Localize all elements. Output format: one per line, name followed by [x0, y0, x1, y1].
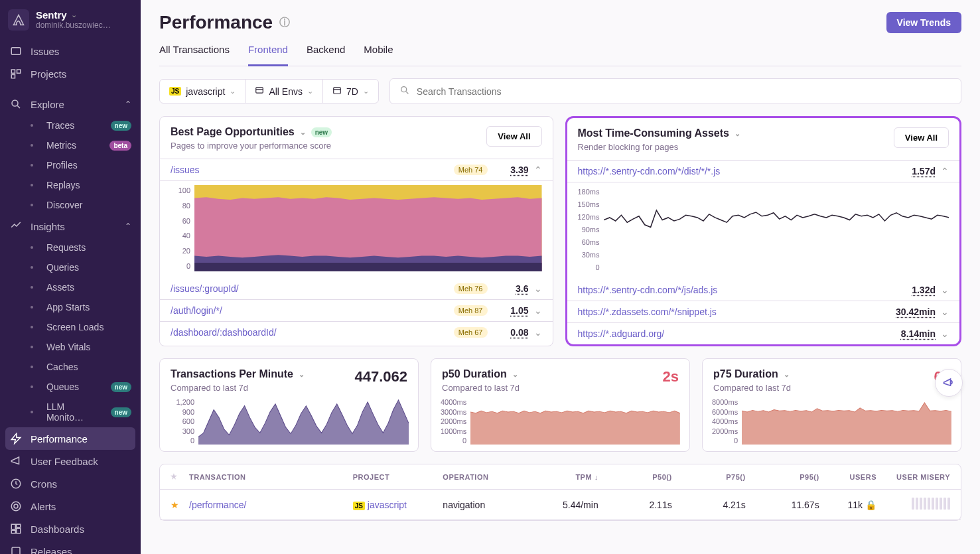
col-header[interactable]: USERS: [819, 473, 876, 481]
p50-cell: 2.11s: [598, 500, 672, 510]
nav-crons[interactable]: Crons: [0, 472, 141, 495]
asset-link[interactable]: https://*.zdassets.com/*/snippet.js: [578, 307, 896, 317]
nav-alerts[interactable]: Alerts: [0, 495, 141, 518]
chevron-down-icon[interactable]: ⌄: [941, 328, 949, 339]
chevron-down-icon[interactable]: ⌄: [534, 283, 542, 294]
nav-label: Profiles: [46, 160, 78, 171]
asset-link[interactable]: https://*.adguard.org/: [578, 328, 901, 339]
nav-projects[interactable]: Projects: [0, 62, 141, 85]
tab-backend[interactable]: Backend: [307, 37, 345, 66]
nav-caches[interactable]: Caches: [0, 357, 141, 377]
col-header[interactable]: TPM ↓: [525, 473, 598, 481]
project-filter[interactable]: JS javascript ⌄: [160, 80, 245, 103]
page-link[interactable]: /dashboard/:dashboardId/: [171, 327, 454, 338]
chevron-down-icon[interactable]: ⌄: [941, 307, 949, 317]
transaction-link[interactable]: /performance/: [189, 500, 246, 510]
chevron-down-icon[interactable]: ⌄: [299, 370, 305, 379]
new-badge: new: [111, 382, 131, 392]
chevron-down-icon[interactable]: ⌄: [512, 370, 518, 379]
tab-frontend[interactable]: Frontend: [248, 37, 288, 66]
page-link[interactable]: /issues/:groupId/: [171, 283, 454, 294]
nav-explore[interactable]: Explore ⌃: [0, 93, 141, 115]
asset-link[interactable]: https://*.sentry-cdn.com/*/js/ads.js: [578, 285, 903, 295]
nav-insights[interactable]: Insights ⌃: [0, 215, 141, 238]
chevron-up-icon[interactable]: ⌃: [941, 166, 949, 176]
p75-card: p75 Duration⌄ Compared to last 7d 6s 800…: [702, 358, 961, 452]
search-transactions[interactable]: [389, 78, 961, 104]
nav-user-feedback[interactable]: User Feedback: [0, 450, 141, 472]
chevron-down-icon[interactable]: ⌄: [784, 370, 790, 379]
col-header[interactable]: P95(): [746, 473, 819, 481]
view-trends-button[interactable]: View Trends: [886, 12, 961, 33]
nav-web-vitals[interactable]: Web Vitals: [0, 337, 141, 357]
time-filter[interactable]: 7D ⌄: [323, 80, 378, 103]
filter-label: 7D: [346, 86, 358, 97]
card-title: p50 Duration: [442, 368, 507, 380]
col-header[interactable]: PROJECT: [353, 473, 443, 481]
chevron-down-icon: ⌄: [363, 87, 369, 96]
page-link[interactable]: /issues: [171, 165, 454, 175]
chevron-up-icon[interactable]: ⌃: [534, 165, 542, 175]
nav-traces[interactable]: Tracesnew: [0, 115, 141, 135]
nav-screen-loads[interactable]: Screen Loads: [0, 317, 141, 337]
chevron-down-icon[interactable]: ⌄: [300, 128, 306, 137]
search-input[interactable]: [417, 86, 951, 97]
row-value: 1.05: [496, 305, 529, 316]
meh-badge: Meh 67: [454, 327, 488, 338]
chevron-down-icon: ⌄: [307, 87, 313, 96]
page-link[interactable]: /auth/login/*/: [171, 305, 454, 316]
nav-app-starts[interactable]: App Starts: [0, 297, 141, 317]
nav-queries[interactable]: Queries: [0, 257, 141, 277]
col-header[interactable]: OPERATION: [443, 473, 524, 481]
tab-mobile[interactable]: Mobile: [364, 37, 393, 66]
asset-link[interactable]: https://*.sentry-cdn.com/*/dist/*/*.js: [578, 166, 903, 176]
nav-label: Caches: [46, 362, 78, 372]
dashboard-icon: [9, 522, 23, 535]
nav-issues[interactable]: Issues: [0, 40, 141, 62]
col-header[interactable]: TRANSACTION: [189, 473, 353, 481]
nav-label: Projects: [31, 68, 66, 80]
row-value: 8.14min: [901, 328, 936, 339]
nav-profiles[interactable]: Profiles: [0, 155, 141, 175]
nav-llm[interactable]: LLM Monito…new: [0, 397, 141, 427]
org-switcher[interactable]: Sentry ⌄ dominik.buszowiec…: [0, 0, 141, 37]
view-all-button[interactable]: View All: [894, 127, 949, 148]
table-row: ★ /performance/ JS javascript navigation…: [160, 490, 961, 520]
chevron-down-icon[interactable]: ⌄: [735, 129, 740, 138]
nav-label: Discover: [46, 200, 82, 210]
megaphone-icon: [9, 454, 23, 468]
project-link[interactable]: javascript: [368, 500, 407, 510]
col-header[interactable]: P75(): [672, 473, 746, 481]
env-filter[interactable]: All Envs ⌄: [245, 80, 323, 103]
nav-assets[interactable]: Assets: [0, 277, 141, 297]
col-header[interactable]: P50(): [598, 473, 672, 481]
chevron-down-icon[interactable]: ⌄: [941, 285, 949, 295]
svg-marker-6: [11, 434, 21, 444]
chevron-down-icon[interactable]: ⌄: [534, 327, 542, 338]
main-content: Performance ⓘ View Trends All Transactio…: [141, 0, 980, 554]
nav-dashboards[interactable]: Dashboards: [0, 518, 141, 540]
star-filled-icon[interactable]: ★: [171, 500, 179, 510]
nav-label: Queries: [46, 262, 79, 273]
nav-performance[interactable]: Performance: [5, 427, 135, 450]
releases-icon: [9, 545, 23, 554]
nav-releases[interactable]: Releases: [0, 540, 141, 554]
row-value: 0.08: [496, 327, 529, 338]
svg-point-8: [14, 504, 18, 508]
feedback-fab[interactable]: [935, 369, 963, 397]
asset-row: https://*.sentry-cdn.com/*/dist/*/*.js 1…: [567, 161, 960, 182]
js-icon: JS: [353, 502, 365, 510]
chevron-down-icon[interactable]: ⌄: [534, 305, 542, 316]
nav-metrics[interactable]: Metricsbeta: [0, 135, 141, 155]
view-all-button[interactable]: View All: [486, 126, 541, 147]
help-icon[interactable]: ⓘ: [279, 16, 290, 30]
nav-queues[interactable]: Queuesnew: [0, 377, 141, 397]
nav-requests[interactable]: Requests: [0, 238, 141, 257]
filter-label: All Envs: [269, 86, 303, 97]
card-title: Transactions Per Minute: [171, 368, 293, 380]
col-header[interactable]: USER MISERY: [876, 473, 950, 481]
nav-replays[interactable]: Replays: [0, 175, 141, 195]
nav-discover[interactable]: Discover: [0, 195, 141, 215]
chevron-down-icon: ⌄: [230, 87, 236, 96]
tab-all-transactions[interactable]: All Transactions: [159, 37, 230, 66]
